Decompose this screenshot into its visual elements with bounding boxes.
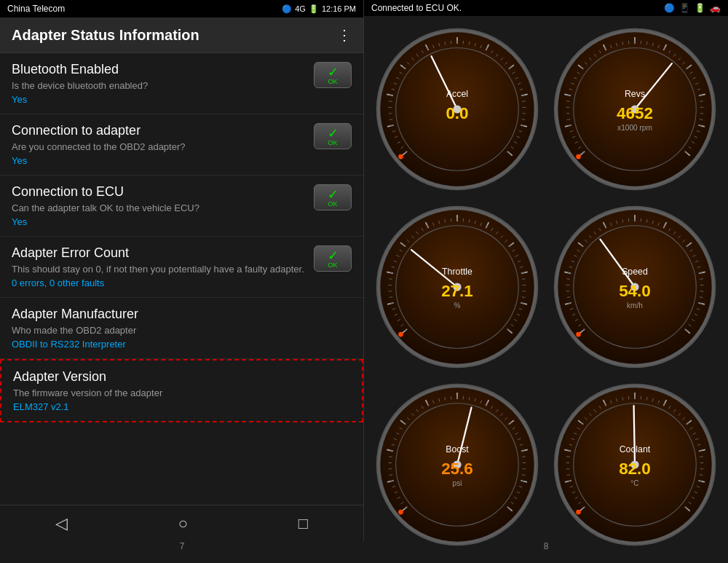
- ok-text: OK: [328, 140, 337, 146]
- svg-line-419: [634, 406, 635, 465]
- item-desc-connection-ecu: Can the adapter talk OK to the vehicle E…: [12, 202, 306, 213]
- svg-point-211: [398, 332, 403, 337]
- svg-line-125: [700, 101, 703, 102]
- home-button-left[interactable]: ○: [164, 508, 202, 539]
- svg-text:km/h: km/h: [627, 302, 643, 310]
- item-desc-bluetooth: Is the device bluetooth enabled?: [12, 80, 306, 91]
- svg-line-196: [522, 279, 525, 280]
- signal-icon: 4G: [295, 4, 306, 13]
- app-title: Adapter Status Information: [12, 27, 199, 44]
- svg-text:27.1: 27.1: [441, 282, 473, 300]
- svg-point-282: [576, 332, 581, 337]
- svg-line-23: [389, 101, 392, 102]
- svg-text:82.0: 82.0: [619, 460, 651, 478]
- carrier-name: China Telecom: [7, 4, 65, 14]
- svg-text:25.6: 25.6: [441, 460, 473, 478]
- svg-point-424: [576, 510, 581, 515]
- item-title-connection-adapter: Connection to adapter: [12, 123, 306, 138]
- ecu-status-bar: Connected to ECU OK. 🔵 📱 🔋 🚗: [364, 0, 728, 16]
- phone-icon: 📱: [679, 3, 690, 13]
- svg-text:Coolant: Coolant: [620, 444, 651, 454]
- item-value-manufacturer: OBDII to RS232 Interpreter: [12, 339, 352, 350]
- ok-text: OK: [328, 79, 337, 85]
- back-button-left[interactable]: ◁: [41, 508, 82, 539]
- svg-point-140: [576, 154, 581, 160]
- app-header: Adapter Status Information ⋮: [0, 17, 363, 53]
- ok-check-icon: ✓: [328, 127, 339, 140]
- gauge-coolant: Coolant82.0°C: [549, 379, 721, 551]
- gauge-boost: Boost25.6psi: [371, 379, 543, 551]
- svg-line-235: [566, 279, 569, 280]
- ecu-status-text: Connected to ECU OK.: [371, 3, 462, 13]
- item-title-version: Adapter Version: [13, 369, 350, 385]
- svg-line-409: [700, 457, 703, 457]
- item-desc-error-count: This should stay on 0, if not then you p…: [12, 264, 306, 275]
- ok-badge-connection-adapter: ✓OK: [314, 123, 352, 149]
- ok-badge-error-count: ✓OK: [314, 245, 352, 272]
- svg-text:Accel: Accel: [446, 89, 468, 99]
- ok-text: OK: [328, 262, 337, 269]
- bt-icon: 🔵: [664, 3, 675, 13]
- item-title-manufacturer: Adapter Manufacturer: [12, 307, 352, 322]
- list-item-bluetooth: Bluetooth EnabledIs the device bluetooth…: [0, 53, 363, 114]
- svg-text:psi: psi: [453, 479, 462, 487]
- svg-line-93: [566, 101, 569, 102]
- item-desc-manufacturer: Who made the OBD2 adapter: [12, 325, 352, 336]
- menu-icon[interactable]: ⋮: [337, 26, 352, 44]
- list-item-version: Adapter VersionThe firmware version of t…: [0, 359, 363, 422]
- ok-check-icon: ✓: [328, 188, 339, 201]
- item-title-error-count: Adapter Error Count: [12, 245, 306, 261]
- bluetooth-icon: 🔵: [282, 4, 292, 14]
- gauge-revs: Revs4652x1000 rpm: [549, 23, 721, 195]
- item-value-error-count: 0 errors, 0 other faults: [12, 277, 306, 288]
- item-value-bluetooth: Yes: [12, 94, 306, 105]
- svg-point-353: [398, 510, 403, 515]
- svg-text:54.0: 54.0: [619, 282, 651, 300]
- svg-line-55: [522, 101, 525, 102]
- ok-check-icon: ✓: [328, 66, 339, 79]
- nav-bar-left: ◁ ○ □: [0, 505, 363, 541]
- item-title-bluetooth: Bluetooth Enabled: [12, 62, 306, 77]
- svg-text:x1000 rpm: x1000 rpm: [617, 124, 652, 132]
- svg-line-164: [389, 279, 392, 280]
- ok-badge-connection-ecu: ✓OK: [314, 184, 352, 210]
- item-desc-connection-adapter: Are you connected to the OBD2 adapter?: [12, 141, 306, 152]
- svg-line-306: [389, 457, 392, 457]
- gauge-accel: Accel0.0: [371, 23, 543, 195]
- svg-point-69: [398, 154, 403, 160]
- ok-badge-bluetooth: ✓OK: [314, 62, 352, 88]
- list-item-connection-ecu: Connection to ECUCan the adapter talk OK…: [0, 176, 363, 237]
- time-display: 12:16 PM: [322, 4, 356, 13]
- list-item-error-count: Adapter Error CountThis should stay on 0…: [0, 237, 363, 298]
- svg-line-377: [566, 457, 569, 457]
- page-num-left: 7: [0, 541, 364, 563]
- svg-text:0.0: 0.0: [446, 104, 468, 122]
- recent-button-left[interactable]: □: [284, 508, 323, 539]
- battery-icon: 🔋: [309, 4, 319, 14]
- gauges-container: Accel0.0 Revs4652x1000 rpm Throttle27.1%…: [364, 16, 728, 558]
- item-value-connection-adapter: Yes: [12, 155, 306, 166]
- gauge-throttle: Throttle27.1%: [371, 201, 543, 373]
- svg-text:%: %: [454, 302, 461, 310]
- list-item-manufacturer: Adapter ManufacturerWho made the OBD2 ad…: [0, 298, 363, 359]
- car-icon: 🚗: [710, 3, 721, 13]
- content-list: Bluetooth EnabledIs the device bluetooth…: [0, 53, 363, 505]
- left-panel: China Telecom 🔵 4G 🔋 12:16 PM Adapter St…: [0, 0, 364, 541]
- list-item-connection-adapter: Connection to adapterAre you connected t…: [0, 114, 363, 176]
- item-title-connection-ecu: Connection to ECU: [12, 184, 306, 200]
- svg-text:Throttle: Throttle: [442, 267, 472, 277]
- right-panel: Connected to ECU OK. 🔵 📱 🔋 🚗 Accel0.0: [364, 0, 728, 541]
- svg-line-338: [522, 457, 525, 457]
- item-value-connection-ecu: Yes: [12, 216, 306, 227]
- item-desc-version: The firmware version of the adapter: [13, 387, 350, 398]
- svg-text:Boost: Boost: [446, 444, 469, 454]
- battery-icon-right: 🔋: [695, 3, 705, 13]
- ecu-status-icons: 🔵 📱 🔋 🚗: [664, 3, 721, 13]
- gauge-speed: Speed54.0km/h: [549, 201, 721, 373]
- svg-text:°C: °C: [630, 479, 638, 487]
- ok-check-icon: ✓: [328, 249, 339, 262]
- svg-text:Speed: Speed: [622, 267, 648, 277]
- item-value-version: ELM327 v2.1: [13, 401, 350, 412]
- status-bar-left: China Telecom 🔵 4G 🔋 12:16 PM: [0, 0, 363, 17]
- svg-line-267: [700, 279, 703, 280]
